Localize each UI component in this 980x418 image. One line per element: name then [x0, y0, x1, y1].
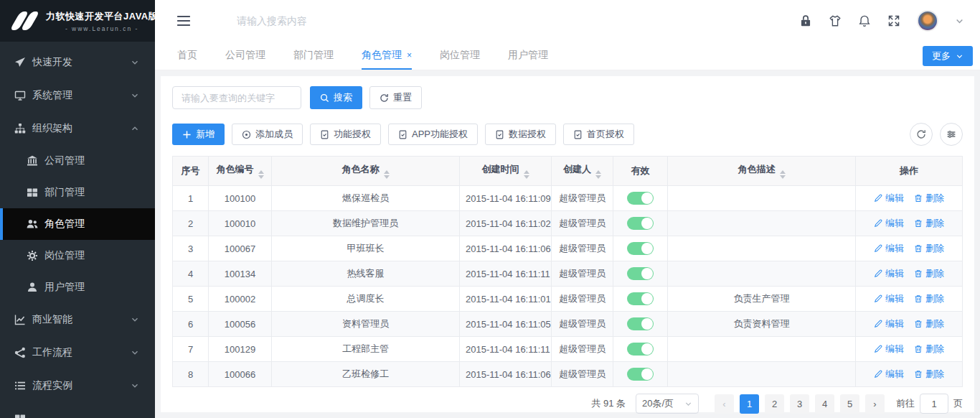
delete-link[interactable]: 删除	[914, 267, 944, 280]
sidebar-item-org-structure[interactable]: 组织架构	[0, 112, 155, 145]
fullscreen-icon[interactable]	[887, 14, 900, 27]
more-tabs-button[interactable]: 更多	[923, 46, 973, 66]
role-name-cell: 乙班检修工	[272, 362, 460, 387]
next-page-button[interactable]: ›	[865, 394, 885, 414]
global-search-input[interactable]	[237, 15, 452, 27]
home-auth-button-label: 首页授权	[587, 128, 624, 141]
function-auth-button[interactable]: 功能授权	[310, 124, 381, 145]
sidebar-item-business-intel[interactable]: 商业智能	[0, 303, 155, 336]
edit-link[interactable]: 编辑	[874, 292, 904, 305]
role-name-cell: 燃保巡检员	[272, 186, 460, 211]
edit-label: 编辑	[885, 368, 904, 381]
trash-icon	[914, 244, 923, 253]
paper-plane-icon	[14, 57, 26, 68]
enabled-toggle[interactable]	[627, 292, 654, 305]
logo-icon	[9, 11, 42, 31]
delete-link[interactable]: 删除	[914, 217, 944, 230]
sidebar-item-post-mgmt[interactable]: 岗位管理	[0, 240, 155, 271]
goto-page-input[interactable]	[920, 394, 948, 414]
tab-post-mgmt[interactable]: 岗位管理	[440, 42, 480, 70]
sidebar-item-dept-mgmt[interactable]: 部门管理	[0, 177, 155, 208]
edit-link[interactable]: 编辑	[874, 343, 904, 356]
reset-button[interactable]: 重置	[369, 86, 422, 109]
sort-icon[interactable]	[595, 170, 601, 179]
sidebar-item-system-mgmt[interactable]: 系统管理	[0, 79, 155, 112]
sidebar-item-process-instance[interactable]: 流程实例	[0, 369, 155, 402]
user-menu-chevron-icon[interactable]	[955, 17, 964, 26]
enabled-toggle[interactable]	[627, 317, 654, 330]
page-button-4[interactable]: 4	[815, 394, 834, 414]
column-header[interactable]: 角色名称	[272, 157, 460, 186]
tab-label: 首页	[177, 49, 197, 62]
hamburger-menu-icon[interactable]	[176, 15, 191, 27]
enabled-toggle[interactable]	[627, 267, 654, 280]
column-header[interactable]: 创建人	[552, 157, 613, 186]
tab-home[interactable]: 首页	[177, 42, 197, 70]
sort-icon[interactable]	[524, 170, 529, 179]
delete-link[interactable]: 删除	[914, 317, 944, 330]
sort-icon[interactable]	[384, 170, 390, 179]
tab-dept-mgmt[interactable]: 部门管理	[293, 42, 334, 70]
enabled-toggle[interactable]	[627, 368, 654, 381]
page-button-1[interactable]: 1	[740, 394, 759, 414]
sort-icon[interactable]	[780, 170, 786, 179]
sort-icon[interactable]	[258, 170, 264, 179]
edit-link[interactable]: 编辑	[874, 317, 904, 330]
page-button-2[interactable]: 2	[765, 394, 784, 414]
doc-icon	[495, 130, 504, 139]
add-button[interactable]: 新增	[172, 124, 225, 145]
home-auth-button[interactable]: 首页授权	[563, 124, 634, 145]
sidebar-item-role-mgmt[interactable]: 角色管理	[0, 208, 155, 240]
tab-close-icon[interactable]: ×	[407, 50, 412, 60]
data-auth-button[interactable]: 数据授权	[485, 124, 556, 145]
page-size-select[interactable]: 20条/页	[636, 394, 699, 414]
edit-link[interactable]: 编辑	[874, 217, 904, 230]
sidebar-item-label: 公司管理	[44, 154, 139, 167]
role-name-cell: 工程部主管	[272, 337, 460, 362]
enabled-toggle[interactable]	[627, 242, 654, 255]
enabled-toggle[interactable]	[627, 192, 654, 205]
sidebar-item-company-mgmt[interactable]: 公司管理	[0, 145, 155, 177]
theme-shirt-icon[interactable]	[829, 14, 842, 27]
sidebar-item-user-mgmt[interactable]: 用户管理	[0, 271, 155, 303]
column-header[interactable]: 角色描述	[668, 157, 856, 186]
tab-user-mgmt[interactable]: 用户管理	[508, 42, 548, 70]
keyword-search-input[interactable]	[172, 86, 301, 109]
edit-link[interactable]: 编辑	[874, 192, 904, 205]
app-function-auth-button[interactable]: APP功能授权	[388, 124, 478, 145]
member-icon	[242, 130, 251, 139]
pagination: 共 91 条 20条/页 ‹ 12345 › 前往 页	[172, 394, 963, 414]
delete-link[interactable]: 删除	[914, 192, 944, 205]
users-icon	[27, 218, 38, 230]
delete-link[interactable]: 删除	[914, 368, 944, 381]
delete-link[interactable]: 删除	[914, 343, 944, 356]
sidebar-item-workflow[interactable]: 工作流程	[0, 336, 155, 369]
search-button[interactable]: 搜索	[310, 86, 362, 109]
delete-link[interactable]: 删除	[914, 292, 944, 305]
column-header[interactable]: 角色编号	[209, 157, 272, 186]
column-filter-button[interactable]	[940, 123, 963, 146]
column-header[interactable]: 创建时间	[460, 157, 552, 186]
page-button-3[interactable]: 3	[790, 394, 809, 414]
tab-company-mgmt[interactable]: 公司管理	[225, 42, 265, 70]
delete-link[interactable]: 删除	[914, 242, 944, 255]
edit-link[interactable]: 编辑	[874, 267, 904, 280]
enabled-toggle[interactable]	[627, 343, 654, 356]
reload-table-button[interactable]	[910, 123, 933, 146]
enabled-toggle[interactable]	[627, 217, 654, 230]
page-button-5[interactable]: 5	[840, 394, 859, 414]
prev-page-button[interactable]: ‹	[715, 394, 734, 414]
edit-icon	[874, 320, 882, 328]
sidebar-item-quick-dev[interactable]: 快速开发	[0, 46, 155, 79]
edit-link[interactable]: 编辑	[874, 242, 904, 255]
avatar[interactable]	[917, 10, 938, 32]
reset-button-label: 重置	[393, 91, 412, 104]
table-row: 1100100燃保巡检员2015-11-04 16:11:09超级管理员编辑删除	[173, 186, 963, 211]
sidebar-item-clipped-item[interactable]	[0, 402, 155, 418]
roles-table: 序号角色编号角色名称创建时间创建人有效角色描述操作 1100100燃保巡检员20…	[172, 156, 963, 387]
tab-role-mgmt[interactable]: 角色管理×	[362, 42, 412, 70]
lock-icon[interactable]	[799, 14, 812, 27]
add-member-button[interactable]: 添加成员	[232, 124, 303, 145]
bell-icon[interactable]	[858, 14, 871, 27]
edit-link[interactable]: 编辑	[874, 368, 904, 381]
